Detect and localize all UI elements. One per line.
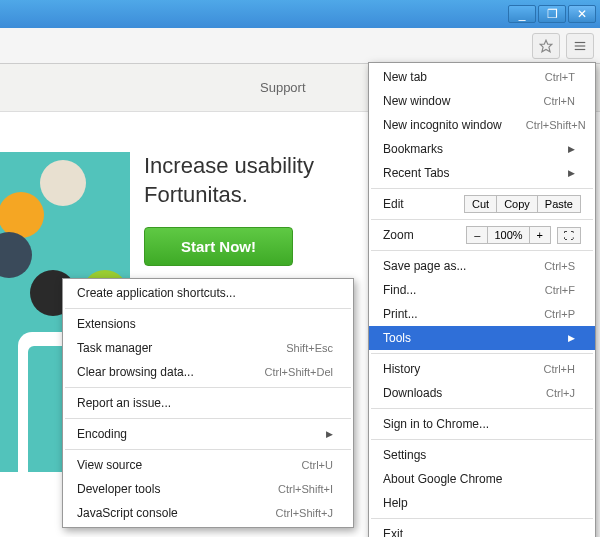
- start-now-button[interactable]: Start Now!: [144, 227, 293, 266]
- submenu-create-shortcuts[interactable]: Create application shortcuts...: [63, 281, 353, 305]
- zoom-label: Zoom: [383, 228, 414, 242]
- menu-button[interactable]: [566, 33, 594, 59]
- paste-button[interactable]: Paste: [538, 195, 581, 213]
- browser-toolbar: [0, 28, 600, 64]
- nav-link-support[interactable]: Support: [260, 80, 306, 95]
- menu-separator: [371, 439, 593, 440]
- chrome-main-menu: New tabCtrl+T New windowCtrl+N New incog…: [368, 62, 596, 537]
- chevron-right-icon: ▶: [568, 144, 575, 154]
- svg-marker-0: [540, 40, 552, 52]
- menu-separator: [65, 449, 351, 450]
- heart-icon: [40, 160, 86, 206]
- menu-sign-in[interactable]: Sign in to Chrome...: [369, 412, 595, 436]
- menu-exit[interactable]: Exit: [369, 522, 595, 537]
- menu-separator: [371, 408, 593, 409]
- minimize-button[interactable]: _: [508, 5, 536, 23]
- menu-separator: [371, 219, 593, 220]
- star-icon: [539, 39, 553, 53]
- menu-find[interactable]: Find...Ctrl+F: [369, 278, 595, 302]
- submenu-javascript-console[interactable]: JavaScript consoleCtrl+Shift+J: [63, 501, 353, 525]
- menu-downloads[interactable]: DownloadsCtrl+J: [369, 381, 595, 405]
- fullscreen-button[interactable]: ⛶: [557, 227, 581, 244]
- menu-separator: [65, 308, 351, 309]
- submenu-developer-tools[interactable]: Developer toolsCtrl+Shift+I: [63, 477, 353, 501]
- menu-separator: [371, 250, 593, 251]
- submenu-report-issue[interactable]: Report an issue...: [63, 391, 353, 415]
- menu-recent-tabs[interactable]: Recent Tabs▶: [369, 161, 595, 185]
- submenu-task-manager[interactable]: Task managerShift+Esc: [63, 336, 353, 360]
- submenu-view-source[interactable]: View sourceCtrl+U: [63, 453, 353, 477]
- menu-tools[interactable]: Tools▶: [369, 326, 595, 350]
- zoom-percent: 100%: [488, 226, 528, 244]
- menu-separator: [371, 518, 593, 519]
- submenu-clear-browsing-data[interactable]: Clear browsing data...Ctrl+Shift+Del: [63, 360, 353, 384]
- menu-zoom-row: Zoom – 100% + ⛶: [369, 223, 595, 247]
- menu-edit-row: Edit Cut Copy Paste: [369, 192, 595, 216]
- zoom-in-button[interactable]: +: [529, 226, 551, 244]
- window-titlebar: _ ❐ ✕: [0, 0, 600, 28]
- cut-button[interactable]: Cut: [464, 195, 497, 213]
- chevron-right-icon: ▶: [568, 333, 575, 343]
- hero-headline-2: Fortunitas.: [144, 181, 314, 210]
- chevron-right-icon: ▶: [326, 429, 333, 439]
- menu-about[interactable]: About Google Chrome: [369, 467, 595, 491]
- tools-submenu: Create application shortcuts... Extensio…: [62, 278, 354, 528]
- submenu-extensions[interactable]: Extensions: [63, 312, 353, 336]
- hamburger-icon: [573, 39, 587, 53]
- menu-help[interactable]: Help: [369, 491, 595, 515]
- submenu-encoding[interactable]: Encoding▶: [63, 422, 353, 446]
- menu-new-incognito[interactable]: New incognito windowCtrl+Shift+N: [369, 113, 595, 137]
- copy-button[interactable]: Copy: [497, 195, 538, 213]
- bookmark-star-button[interactable]: [532, 33, 560, 59]
- menu-settings[interactable]: Settings: [369, 443, 595, 467]
- hero-headline-1: Increase usability: [144, 152, 314, 181]
- maximize-button[interactable]: ❐: [538, 5, 566, 23]
- close-button[interactable]: ✕: [568, 5, 596, 23]
- chevron-right-icon: ▶: [568, 168, 575, 178]
- menu-new-window[interactable]: New windowCtrl+N: [369, 89, 595, 113]
- menu-separator: [371, 188, 593, 189]
- menu-separator: [371, 353, 593, 354]
- menu-print[interactable]: Print...Ctrl+P: [369, 302, 595, 326]
- edit-label: Edit: [383, 197, 404, 211]
- menu-history[interactable]: HistoryCtrl+H: [369, 357, 595, 381]
- menu-save-page[interactable]: Save page as...Ctrl+S: [369, 254, 595, 278]
- menu-bookmarks[interactable]: Bookmarks▶: [369, 137, 595, 161]
- menu-separator: [65, 387, 351, 388]
- menu-new-tab[interactable]: New tabCtrl+T: [369, 65, 595, 89]
- card-icon: [0, 232, 32, 278]
- menu-separator: [65, 418, 351, 419]
- zoom-out-button[interactable]: –: [466, 226, 488, 244]
